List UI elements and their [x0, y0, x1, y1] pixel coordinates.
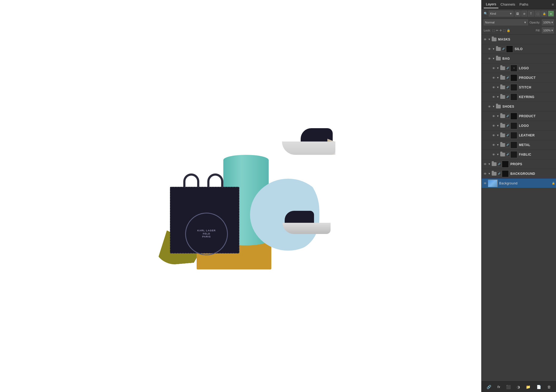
visibility-icon-logo-shoes[interactable]: 👁 — [491, 123, 496, 128]
filter-row: 🔍 Kind ▼ 🖼 ⊘ T ⬚ 🔒 ● — [482, 9, 556, 18]
blend-mode-select[interactable]: Normal ▼ — [484, 19, 528, 25]
layer-row-silo[interactable]: 👁 ▼ 🔗 SILO — [482, 44, 556, 54]
filter-icon-image[interactable]: 🖼 — [515, 11, 521, 17]
visibility-icon-bag[interactable]: 👁 — [487, 56, 492, 61]
visibility-icon-silo[interactable]: 👁 — [487, 47, 492, 51]
layer-row-logo[interactable]: 👁 ▼ 🔗 ★ LOGO — [482, 63, 556, 73]
visibility-icon-background-group[interactable]: 👁 — [483, 171, 487, 176]
layer-row-fablic[interactable]: 👁 ▼ 🔗 FABLIC — [482, 150, 556, 159]
link-layers-button[interactable]: 🔗 — [486, 384, 492, 390]
visibility-icon-leather[interactable]: 👁 — [491, 133, 496, 138]
visibility-icon-stitch[interactable]: 👁 — [491, 85, 496, 90]
opacity-input[interactable]: 100% ▼ — [542, 19, 554, 25]
add-mask-button[interactable]: ⬛ — [505, 384, 512, 390]
layer-row-keyring[interactable]: 👁 ▼ 🔗 · KEYRING — [482, 92, 556, 102]
folder-icon-product-shoes — [500, 114, 505, 118]
chevron-silo: ▼ — [492, 47, 495, 50]
layer-name-logo-shoes: LOGO — [519, 124, 555, 128]
lock-icon-artboard[interactable]: ⬚ — [503, 29, 506, 32]
layer-row-background[interactable]: 👁 Background 🔒 — [482, 179, 556, 188]
layer-row-props[interactable]: 👁 ▼ 🔗 PROPS — [482, 159, 556, 169]
canvas-area: KARL LAGER FELD PARIS — [0, 0, 481, 392]
layers-list: 👁 ▼ MASKS 👁 ▼ 🔗 SILO 👁 ▼ BAG 👁 ▼ 🔗 — [482, 35, 556, 381]
bag-logo-text2: FELD — [203, 232, 210, 236]
scene-wrapper: KARL LAGER FELD PARIS — [149, 118, 349, 291]
visibility-icon-shoes[interactable]: 👁 — [487, 104, 492, 109]
shoe-top — [274, 128, 333, 160]
layer-name-stitch: STITCH — [519, 86, 555, 89]
layer-name-fablic: FABLIC — [519, 153, 555, 156]
link-icon-product-bag: 🔗 — [506, 76, 510, 80]
filter-icon-smart[interactable]: 🔒 — [541, 11, 547, 17]
layer-name-leather: LEATHER — [519, 134, 555, 137]
layer-row-product-bag[interactable]: 👁 ▼ 🔗 PRODUCT — [482, 73, 556, 83]
layer-name-keyring: KEYRING — [519, 95, 555, 99]
visibility-icon-product-bag[interactable]: 👁 — [491, 75, 496, 80]
layer-row-metal[interactable]: 👁 ▼ 🔗 METAL — [482, 140, 556, 150]
visibility-icon-keyring[interactable]: 👁 — [491, 95, 496, 99]
link-icon-logo-shoes: 🔗 — [506, 124, 510, 128]
panel-menu-icon[interactable]: ≡ — [552, 2, 554, 7]
chevron-bag: ▼ — [492, 57, 495, 60]
bag-logo: KARL LAGER FELD PARIS — [185, 213, 228, 255]
layer-name-background: Background — [499, 181, 550, 185]
layer-row-stitch[interactable]: 👁 ▼ 🔗 STITCH — [482, 83, 556, 92]
visibility-icon-fablic[interactable]: 👁 — [491, 152, 496, 157]
visibility-icon-masks[interactable]: 👁 — [483, 37, 487, 42]
thumb-logo: ★ — [510, 65, 517, 72]
fx-button[interactable]: fx — [496, 385, 501, 389]
filter-kind-select[interactable]: Kind ▼ — [489, 11, 514, 17]
new-group-button[interactable]: 📁 — [525, 384, 531, 390]
filter-icon-shape[interactable]: ⬚ — [535, 11, 541, 17]
shoe-sole-top — [282, 142, 335, 155]
layer-row-shoes[interactable]: 👁 ▼ SHOES — [482, 102, 556, 111]
tab-paths[interactable]: Paths — [517, 1, 530, 8]
blend-chevron: ▼ — [524, 21, 527, 24]
thumb-product-bag — [510, 74, 517, 81]
filter-icon-text[interactable]: T — [528, 11, 534, 17]
link-icon-product-shoes: 🔗 — [506, 114, 510, 118]
layer-name-silo: SILO — [515, 47, 555, 51]
layer-name-shoes: SHOES — [502, 105, 555, 108]
filter-kind-label: Kind — [490, 12, 496, 15]
search-icon: 🔍 — [484, 12, 488, 15]
chevron-props: ▼ — [488, 163, 491, 165]
new-layer-button[interactable]: 📄 — [535, 384, 542, 390]
lock-icon-paint[interactable]: ✏ — [496, 29, 498, 32]
chevron-fablic: ▼ — [497, 153, 500, 156]
filter-icon-adj[interactable]: ⊘ — [521, 11, 527, 17]
bag-logo-text: KARL LAGER — [197, 229, 216, 232]
lock-icon-all[interactable]: 🔒 — [507, 29, 510, 32]
thumb-stitch — [510, 84, 517, 91]
adjustment-button[interactable]: ◑ — [516, 384, 521, 390]
chevron-shoes: ▼ — [492, 105, 495, 108]
visibility-icon-background[interactable]: 👁 — [483, 181, 487, 186]
product-scene: KARL LAGER FELD PARIS — [127, 96, 354, 296]
opacity-label: Opacity: — [530, 21, 540, 24]
blend-mode-value: Normal — [485, 21, 494, 24]
delete-layer-button[interactable]: 🗑 — [546, 384, 552, 390]
tab-layers[interactable]: Layers — [484, 1, 498, 8]
fill-input[interactable]: 100% ▼ — [542, 27, 554, 33]
shoe-bottom — [285, 211, 338, 237]
filter-icon-pixel[interactable]: ● — [548, 11, 554, 17]
fill-value: 100% — [543, 29, 551, 32]
chevron-product-bag: ▼ — [497, 76, 500, 79]
layer-row-bag[interactable]: 👁 ▼ BAG — [482, 54, 556, 63]
lock-icon-transparency[interactable]: ⬚ — [492, 29, 495, 32]
layer-row-product-shoes[interactable]: 👁 ▼ 🔗 PRODUCT — [482, 111, 556, 121]
thumb-silo — [506, 46, 513, 52]
tab-channels[interactable]: Channels — [498, 1, 517, 8]
visibility-icon-metal[interactable]: 👁 — [491, 143, 496, 147]
fill-chevron: ▼ — [551, 29, 554, 32]
folder-icon-logo — [500, 66, 505, 70]
visibility-icon-product-shoes[interactable]: 👁 — [491, 114, 496, 119]
visibility-icon-props[interactable]: 👁 — [483, 162, 487, 167]
folder-icon-metal — [500, 143, 505, 147]
lock-icon-position[interactable]: ✛ — [499, 29, 502, 32]
layer-row-leather[interactable]: 👁 ▼ 🔗 LEATHER — [482, 131, 556, 140]
layer-row-logo-shoes[interactable]: 👁 ▼ 🔗 LOGO — [482, 121, 556, 131]
visibility-icon-logo[interactable]: 👁 — [491, 66, 496, 71]
layer-row-background-group[interactable]: 👁 ▼ 🔗 BACKGROUND — [482, 169, 556, 179]
layer-row-masks[interactable]: 👁 ▼ MASKS — [482, 35, 556, 44]
